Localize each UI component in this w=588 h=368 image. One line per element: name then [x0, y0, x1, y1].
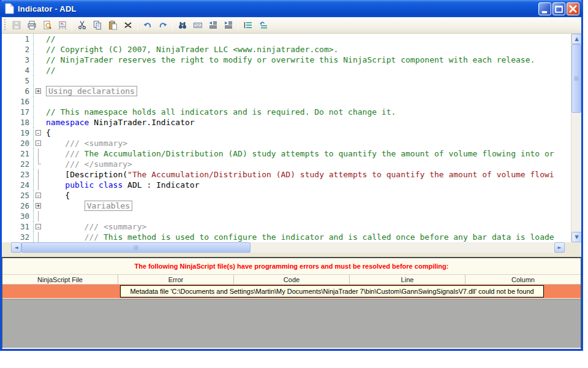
line-number: 20: [2, 138, 34, 148]
fold-gutter: [34, 65, 43, 75]
undo-icon: [143, 20, 153, 30]
code-area[interactable]: 1//2// Copyright (C) 2007, NinjaTrader L…: [2, 34, 571, 242]
horizontal-scroll-thumb[interactable]: [21, 242, 251, 253]
fold-gutter[interactable]: -: [34, 128, 43, 138]
collapse-region-icon[interactable]: -: [36, 140, 41, 146]
fold-gutter[interactable]: +: [34, 86, 43, 96]
line-number: 16: [2, 96, 34, 107]
code-line: 16: [2, 96, 571, 107]
save-button[interactable]: [9, 18, 24, 33]
scroll-down-arrow[interactable]: ▼: [571, 232, 581, 242]
code-text: {: [43, 128, 51, 138]
column-header-code[interactable]: Code: [234, 275, 350, 284]
titlebar[interactable]: Indicator - ADL: [0, 0, 583, 17]
column-header-column[interactable]: Column: [466, 275, 581, 284]
code-line: 1//: [2, 34, 571, 44]
line-number: 18: [2, 117, 34, 128]
collapse-region-icon[interactable]: -: [36, 130, 41, 136]
collapse-region-icon[interactable]: -: [36, 193, 41, 198]
code-segment: {: [46, 191, 70, 200]
find-icon: [178, 20, 187, 30]
scroll-up-arrow[interactable]: ▲: [571, 34, 581, 44]
fold-guide-line: [38, 148, 39, 159]
code-text: public class ADL : Indicator: [43, 180, 199, 190]
window-title: Indicator - ADL: [18, 4, 77, 13]
vertical-scroll-track[interactable]: [571, 44, 581, 232]
line-number: 6: [2, 86, 34, 96]
code-line: 22 /// </summary>: [2, 159, 571, 169]
display-board-button[interactable]: [55, 18, 70, 33]
delete-button[interactable]: [120, 18, 135, 33]
fold-gutter[interactable]: +: [34, 201, 43, 211]
code-segment: /// <summary>: [46, 222, 146, 231]
comment-lines-button[interactable]: [240, 18, 255, 33]
print-preview-button[interactable]: [39, 18, 55, 33]
code-segment: [46, 180, 65, 190]
code-segment: This method is used to configure the ind…: [99, 232, 554, 242]
print-preview-icon: [42, 20, 52, 30]
horizontal-scroll-track[interactable]: [21, 242, 554, 253]
code-segment: //: [46, 66, 56, 75]
error-row[interactable]: Metadata file 'C:\Documents and Settings…: [2, 285, 581, 298]
keyboard-button[interactable]: [190, 18, 205, 33]
toolbar-separator: [72, 19, 72, 31]
column-header-ninjascript-file[interactable]: NinjaScript File: [2, 275, 118, 284]
scroll-right-arrow[interactable]: ►: [554, 242, 565, 253]
code-text: // This namespace holds all indicators a…: [43, 107, 396, 117]
collapse-region-icon[interactable]: -: [36, 224, 41, 229]
collapsed-region-box[interactable]: Using declarations: [46, 86, 137, 96]
code-segment: namespace: [46, 118, 89, 127]
maximize-button[interactable]: [552, 2, 565, 15]
print-button[interactable]: [24, 18, 39, 33]
find-button[interactable]: [175, 18, 190, 33]
line-number: 32: [2, 232, 34, 242]
fold-gutter[interactable]: -: [34, 221, 43, 232]
fold-gutter: [34, 211, 43, 221]
paste-button[interactable]: [105, 18, 120, 33]
code-text: /// <summary>: [43, 221, 146, 232]
fold-gutter[interactable]: -: [34, 138, 43, 148]
close-icon: [567, 3, 579, 15]
toolbar-gripper[interactable]: [4, 19, 7, 31]
expand-region-icon[interactable]: +: [36, 88, 41, 94]
code-segment: /// </summary>: [46, 159, 132, 169]
compile-error-message: The following NinjaScript file(s) have p…: [2, 258, 581, 274]
vertical-scrollbar[interactable]: ▲ ▼: [571, 34, 581, 242]
panel-splitter[interactable]: [2, 253, 581, 258]
indent-button[interactable]: [221, 18, 236, 33]
cut-button[interactable]: [74, 18, 89, 33]
column-header-error[interactable]: Error: [118, 275, 234, 284]
code-segment: NinjaTrader.Indicator: [89, 118, 194, 127]
code-text: [43, 96, 46, 107]
code-segment: [46, 201, 85, 210]
toolbar-separator: [238, 19, 238, 31]
maximize-icon: [553, 3, 565, 15]
fold-guide-line: [38, 180, 39, 190]
line-number: 30: [2, 211, 34, 221]
outdent-button[interactable]: [205, 18, 221, 33]
copy-button[interactable]: [89, 18, 105, 33]
vertical-scroll-thumb[interactable]: [571, 44, 581, 113]
code-line: 5: [2, 75, 571, 86]
scroll-left-arrow[interactable]: ◄: [11, 242, 21, 253]
code-line: 30: [2, 211, 571, 221]
horizontal-scrollbar-band: ◄ ►: [2, 242, 581, 253]
collapsed-region-box[interactable]: Variables: [85, 201, 132, 211]
indent-icon: [224, 20, 233, 30]
code-line: 31- /// <summary>: [2, 221, 571, 232]
code-editor[interactable]: 1//2// Copyright (C) 2007, NinjaTrader L…: [2, 34, 581, 242]
undo-button[interactable]: [140, 18, 155, 33]
horizontal-scrollbar[interactable]: ◄ ►: [11, 242, 565, 253]
column-header-line[interactable]: Line: [350, 275, 466, 284]
line-number: 22: [2, 159, 34, 169]
line-number: 4: [2, 65, 34, 75]
minimize-button[interactable]: [538, 2, 551, 15]
uncomment-lines-button[interactable]: [255, 18, 271, 33]
expand-region-icon[interactable]: +: [36, 203, 41, 209]
code-segment: [Description(: [46, 170, 127, 179]
close-button[interactable]: [567, 2, 579, 15]
code-line: 32 /// This method is used to configure …: [2, 232, 571, 242]
redo-button[interactable]: [155, 18, 170, 33]
code-text: //: [43, 34, 56, 44]
fold-gutter[interactable]: -: [34, 190, 43, 201]
